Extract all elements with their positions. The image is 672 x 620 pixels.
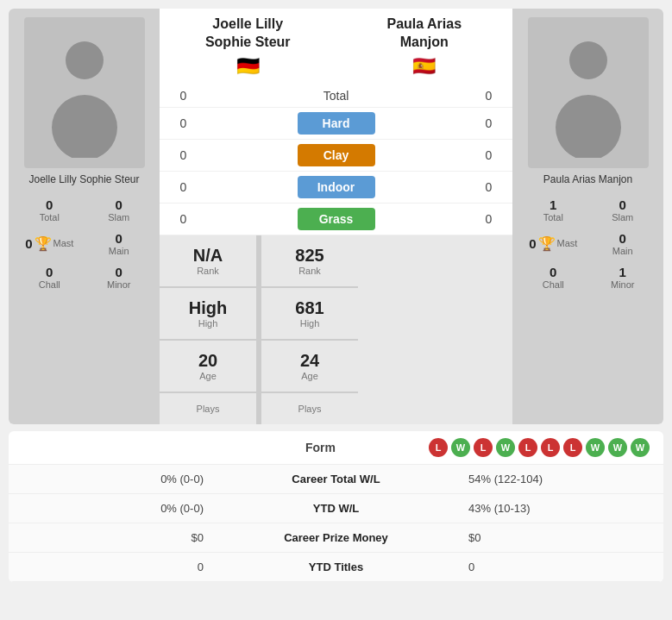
- hard-btn-wrap: Hard: [194, 112, 478, 135]
- ytd-wl-label: YTD W/L: [212, 502, 460, 515]
- left-chall-label: Chall: [17, 279, 82, 290]
- left-minor-label: Minor: [87, 279, 152, 290]
- right-main-value: 0: [591, 231, 656, 246]
- left-age-value: 20: [165, 351, 251, 371]
- clay-score-right: 0: [478, 148, 499, 162]
- total-label-wrap: Total: [194, 89, 478, 103]
- ytd-titles-right: 0: [460, 561, 650, 573]
- left-name-line2: Sophie Steur: [205, 34, 291, 49]
- right-mast-cell: 0 🏆 Mast: [519, 228, 587, 260]
- form-label: Form: [305, 441, 336, 454]
- form-badge-1: W: [451, 438, 470, 457]
- left-player-panel: Joelle Lilly Sophie Steur 0 Total 0 Slam…: [9, 9, 160, 424]
- svg-point-2: [569, 41, 607, 79]
- indoor-row: 0 Indoor 0: [160, 172, 512, 204]
- left-total-cell: 0 Total: [16, 194, 84, 226]
- left-mast-cell: 0 🏆 Mast: [16, 228, 84, 260]
- form-badge-4: L: [518, 438, 537, 457]
- right-slam-label: Slam: [591, 212, 656, 222]
- left-chall-value: 0: [17, 265, 82, 279]
- right-trophy-icon: 🏆: [538, 235, 556, 252]
- left-name-line1: Joelle Lilly: [212, 16, 283, 31]
- right-name-header: Paula Arias Manjon 🇪🇸: [336, 16, 513, 78]
- ytd-titles-left: 0: [22, 561, 212, 573]
- form-badge-6: L: [563, 438, 582, 457]
- ytd-wl-row: 0% (0-0) YTD W/L 43% (10-13): [9, 494, 663, 523]
- left-high-block: High High: [160, 288, 256, 341]
- right-player-stats: 1 Total 0 Slam 0 🏆 Mast 0 Main 0: [519, 194, 656, 293]
- grass-button[interactable]: Grass: [298, 208, 375, 230]
- clay-score-left: 0: [173, 148, 194, 162]
- career-total-label: Career Total W/L: [212, 473, 460, 485]
- clay-row: 0 Clay 0: [160, 140, 512, 172]
- form-section: Form LWLWLLLWWW 0% (0-0) Career Total W/…: [9, 431, 663, 582]
- right-player-panel: Paula Arias Manjon 1 Total 0 Slam 0 🏆 Ma…: [512, 9, 663, 424]
- form-badge-3: W: [496, 438, 515, 457]
- right-mast-label: Mast: [557, 238, 578, 248]
- grass-score-right: 0: [478, 212, 499, 226]
- grass-row: 0 Grass 0: [160, 204, 512, 235]
- right-minor-value: 1: [591, 265, 656, 279]
- right-plays-block: Plays: [261, 393, 358, 424]
- right-plays-label: Plays: [267, 404, 353, 414]
- right-slam-cell: 0 Slam: [589, 194, 657, 226]
- form-badge-7: W: [586, 438, 605, 457]
- right-age-label: Age: [267, 371, 353, 381]
- right-main-label: Main: [591, 246, 656, 256]
- right-chall-cell: 0 Chall: [519, 261, 587, 293]
- total-score-right: 0: [478, 89, 499, 103]
- right-info-col: 825 Rank 681 High 24 Age Plays: [259, 235, 358, 424]
- right-name-line1: Paula Arias: [386, 16, 462, 31]
- left-total-value: 0: [17, 197, 82, 212]
- left-player-stats: 0 Total 0 Slam 0 🏆 Mast 0 Main 0: [16, 194, 153, 293]
- surface-scores-section: 0 Total 0 0 Hard 0 0: [160, 85, 512, 235]
- right-main-cell: 0 Main: [589, 228, 657, 260]
- right-player-name: Paula Arias Manjon: [543, 173, 632, 187]
- right-high-block: 681 High: [261, 288, 358, 341]
- svg-point-3: [556, 95, 621, 158]
- form-badge-5: L: [541, 438, 560, 457]
- indoor-score-right: 0: [478, 180, 499, 194]
- clay-button[interactable]: Clay: [298, 144, 375, 166]
- left-minor-value: 0: [87, 265, 152, 279]
- left-total-label: Total: [17, 212, 82, 222]
- left-player-name: Joelle Lilly Sophie Steur: [28, 173, 139, 187]
- indoor-score-left: 0: [173, 180, 194, 194]
- total-row: 0 Total 0: [160, 85, 512, 108]
- right-minor-label: Minor: [591, 279, 656, 290]
- left-plays-label: Plays: [165, 404, 251, 414]
- left-slam-label: Slam: [87, 212, 152, 222]
- left-flag: 🇩🇪: [160, 55, 336, 78]
- left-player-avatar: [24, 17, 145, 168]
- left-info-col: N/A Rank High High 20 Age Plays: [160, 235, 259, 424]
- grass-score-left: 0: [173, 212, 194, 226]
- form-badge-2: L: [474, 438, 493, 457]
- right-high-value: 681: [267, 298, 353, 318]
- career-total-left: 0% (0-0): [22, 473, 212, 485]
- names-flags-row: Joelle Lilly Sophie Steur 🇩🇪 Paula Arias…: [160, 9, 512, 85]
- grass-btn-wrap: Grass: [194, 208, 478, 230]
- left-rank-label: Rank: [165, 266, 251, 276]
- ytd-wl-right: 43% (10-13): [460, 502, 650, 515]
- left-main-value: 0: [87, 231, 152, 246]
- left-trophy-icon: 🏆: [35, 235, 52, 252]
- left-mast-value: 0: [25, 236, 32, 251]
- hard-row: 0 Hard 0: [160, 108, 512, 140]
- right-name-line2: Manjon: [400, 34, 449, 49]
- left-minor-cell: 0 Minor: [85, 261, 154, 293]
- left-rank-block: N/A Rank: [160, 235, 256, 288]
- indoor-button[interactable]: Indoor: [298, 176, 375, 198]
- right-chall-label: Chall: [521, 279, 586, 290]
- left-main-label: Main: [87, 246, 152, 256]
- career-total-right: 54% (122-104): [460, 473, 650, 485]
- right-high-label: High: [267, 318, 353, 329]
- hard-button[interactable]: Hard: [298, 112, 375, 135]
- prize-money-right: $0: [460, 531, 650, 544]
- prize-money-left: $0: [22, 531, 212, 544]
- right-age-value: 24: [267, 351, 353, 371]
- prize-money-row: $0 Career Prize Money $0: [9, 523, 663, 553]
- right-age-block: 24 Age: [261, 341, 358, 393]
- ytd-wl-left: 0% (0-0): [22, 502, 212, 515]
- svg-point-1: [52, 95, 117, 158]
- right-total-value: 1: [521, 197, 586, 212]
